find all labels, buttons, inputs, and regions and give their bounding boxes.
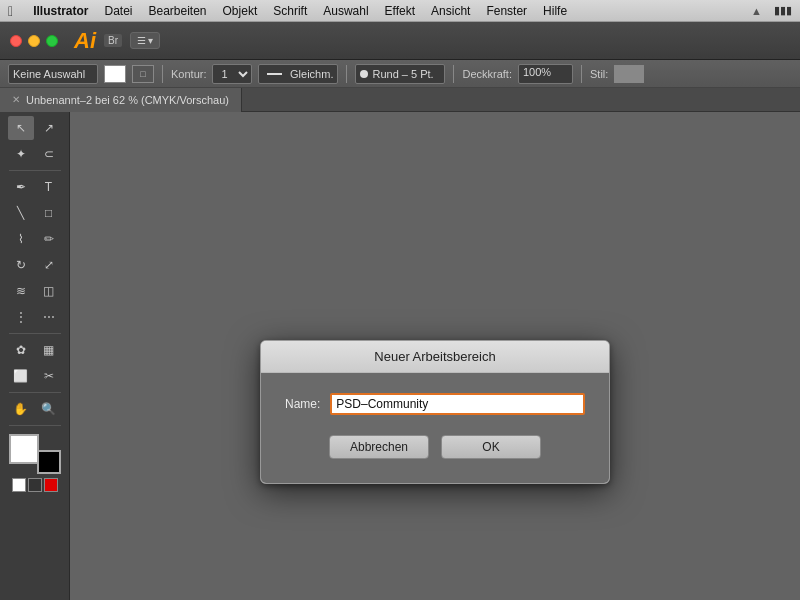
divider-1 — [162, 65, 163, 83]
new-workspace-dialog: Neuer Arbeitsbereich Name: Abbrechen OK — [260, 340, 610, 484]
direct-selection-tool[interactable]: ↗ — [36, 116, 62, 140]
column-graph-tool[interactable]: ▦ — [36, 338, 62, 362]
opacity-value: 100% — [523, 66, 551, 78]
menu-bar:  Illustrator Datei Bearbeiten Objekt Sc… — [0, 0, 800, 22]
minimize-window-button[interactable] — [28, 35, 40, 47]
lasso-tool[interactable]: ⊂ — [36, 142, 62, 166]
dialog-name-field: Name: — [285, 393, 585, 415]
fill-swatch[interactable] — [104, 65, 126, 83]
dialog-buttons: Abbrechen OK — [285, 435, 585, 463]
rectangle-tool[interactable]: □ — [36, 201, 62, 225]
magic-wand-tool[interactable]: ✦ — [8, 142, 34, 166]
window-controls — [10, 35, 58, 47]
left-toolbar: ↖ ↗ ✦ ⊂ ✒ T ╲ □ ⌇ ✏ ↻ ⤢ ≋ ◫ ⋮ ⋯ — [0, 112, 70, 600]
background-color-swatch[interactable] — [37, 450, 61, 474]
tool-row-8: ⋮ ⋯ — [8, 305, 62, 329]
dialog-title: Neuer Arbeitsbereich — [374, 349, 495, 364]
tool-row-5: ⌇ ✏ — [8, 227, 62, 251]
stroke-style-label: Gleichm. — [290, 68, 333, 80]
view-mode-button[interactable]: ☰ ▾ — [130, 32, 160, 49]
stroke-icon[interactable]: □ — [132, 65, 154, 83]
stroke-mode-swatch[interactable] — [28, 478, 42, 492]
menu-datei[interactable]: Datei — [104, 4, 132, 18]
menu-objekt[interactable]: Objekt — [223, 4, 258, 18]
menu-effekt[interactable]: Effekt — [385, 4, 415, 18]
kontur-label: Kontur: — [171, 68, 206, 80]
divider-2 — [346, 65, 347, 83]
none-mode-swatch[interactable] — [44, 478, 58, 492]
divider-3 — [453, 65, 454, 83]
document-tab[interactable]: ✕ Unbenannt–2 bei 62 % (CMYK/Vorschau) — [0, 88, 242, 112]
scale-tool[interactable]: ⤢ — [36, 253, 62, 277]
view-dropdown-icon: ▾ — [148, 35, 153, 46]
menu-hilfe[interactable]: Hilfe — [543, 4, 567, 18]
gradient-tool[interactable]: ◫ — [36, 279, 62, 303]
pencil-tool[interactable]: ✏ — [36, 227, 62, 251]
tool-separator-4 — [9, 425, 61, 426]
hand-tool[interactable]: ✋ — [8, 397, 34, 421]
artboard-tool[interactable]: ⬜ — [8, 364, 34, 388]
zoom-tool[interactable]: 🔍 — [36, 397, 62, 421]
round-dot — [360, 70, 368, 78]
wifi-icon: ▲ — [751, 5, 762, 17]
tool-row-7: ≋ ◫ — [8, 279, 62, 303]
warp-tool[interactable]: ≋ — [8, 279, 34, 303]
title-bar: Ai Br ☰ ▾ — [0, 22, 800, 60]
foreground-color-swatch[interactable] — [9, 434, 39, 464]
tab-close-icon[interactable]: ✕ — [12, 94, 20, 105]
tool-row-1: ↖ ↗ — [8, 116, 62, 140]
stroke-style-select[interactable]: Gleichm. — [258, 64, 338, 84]
tool-row-3: ✒ T — [8, 175, 62, 199]
round-label: Rund – 5 Pt. — [372, 68, 433, 80]
tool-row-4: ╲ □ — [8, 201, 62, 225]
divider-4 — [581, 65, 582, 83]
slice-tool[interactable]: ✂ — [36, 364, 62, 388]
blend-tool[interactable]: ⋯ — [36, 305, 62, 329]
symbol-sprayer-tool[interactable]: ✿ — [8, 338, 34, 362]
fill-mode-swatch[interactable] — [12, 478, 26, 492]
menu-bearbeiten[interactable]: Bearbeiten — [148, 4, 206, 18]
options-bar: Keine Auswahl □ Kontur: 1 pt Gleichm. Ru… — [0, 60, 800, 88]
rotate-tool[interactable]: ↻ — [8, 253, 34, 277]
color-swatches — [9, 434, 61, 474]
opacity-select[interactable]: 100% — [518, 64, 573, 84]
menu-bar-right: ▲ ▮▮▮ — [751, 4, 792, 17]
selection-tool[interactable]: ↖ — [8, 116, 34, 140]
menu-illustrator[interactable]: Illustrator — [33, 4, 88, 18]
name-label: Name: — [285, 397, 320, 411]
menu-ansicht[interactable]: Ansicht — [431, 4, 470, 18]
round-select[interactable]: Rund – 5 Pt. — [355, 64, 445, 84]
menu-auswahl[interactable]: Auswahl — [323, 4, 368, 18]
tool-separator-2 — [9, 333, 61, 334]
tool-row-11: ✋ 🔍 — [8, 397, 62, 421]
apple-menu[interactable]:  — [8, 3, 13, 19]
app-logo: Ai — [74, 28, 96, 54]
selection-dropdown[interactable]: Keine Auswahl — [8, 64, 98, 84]
menu-fenster[interactable]: Fenster — [486, 4, 527, 18]
tool-row-9: ✿ ▦ — [8, 338, 62, 362]
stil-label: Stil: — [590, 68, 608, 80]
paintbrush-tool[interactable]: ⌇ — [8, 227, 34, 251]
tab-bar: ✕ Unbenannt–2 bei 62 % (CMYK/Vorschau) — [0, 88, 800, 112]
tab-title: Unbenannt–2 bei 62 % (CMYK/Vorschau) — [26, 94, 229, 106]
tool-separator-1 — [9, 170, 61, 171]
tool-row-6: ↻ ⤢ — [8, 253, 62, 277]
dialog-overlay: Neuer Arbeitsbereich Name: Abbrechen OK — [70, 112, 800, 600]
stil-swatch[interactable] — [614, 65, 644, 83]
kontur-select[interactable]: 1 pt — [212, 64, 252, 84]
maximize-window-button[interactable] — [46, 35, 58, 47]
bridge-badge[interactable]: Br — [104, 34, 122, 47]
line-tool[interactable]: ╲ — [8, 201, 34, 225]
cancel-button[interactable]: Abbrechen — [329, 435, 429, 459]
close-window-button[interactable] — [10, 35, 22, 47]
pen-tool[interactable]: ✒ — [8, 175, 34, 199]
ok-button[interactable]: OK — [441, 435, 541, 459]
canvas-area: Neuer Arbeitsbereich Name: Abbrechen OK … — [70, 112, 800, 600]
menu-schrift[interactable]: Schrift — [273, 4, 307, 18]
workspace: ↖ ↗ ✦ ⊂ ✒ T ╲ □ ⌇ ✏ ↻ ⤢ ≋ ◫ ⋮ ⋯ — [0, 112, 800, 600]
bottom-color-tools — [12, 478, 58, 496]
name-input[interactable] — [330, 393, 585, 415]
type-tool[interactable]: T — [36, 175, 62, 199]
tool-separator-3 — [9, 392, 61, 393]
eyedropper-tool[interactable]: ⋮ — [8, 305, 34, 329]
